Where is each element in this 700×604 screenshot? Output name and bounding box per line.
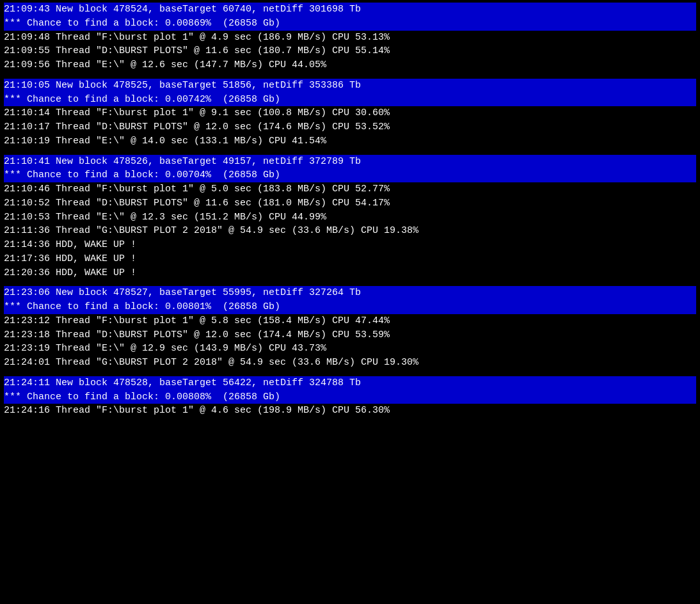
log-line: 21:10:53 Thread "E:\" @ 12.3 sec (151.2 … bbox=[4, 211, 696, 225]
log-line: 21:10:17 Thread "D:\BURST PLOTS" @ 12.0 … bbox=[4, 120, 696, 134]
log-line: 21:11:36 Thread "G:\BURST PLOT 2 2018" @… bbox=[4, 224, 696, 238]
log-line: 21:10:19 Thread "E:\" @ 14.0 sec (133.1 … bbox=[4, 134, 696, 148]
terminal-output: 21:09:43 New block 478524, baseTarget 60… bbox=[0, 0, 700, 420]
log-line-highlight: 21:09:43 New block 478524, baseTarget 60… bbox=[4, 3, 696, 17]
log-line: 21:09:55 Thread "D:\BURST PLOTS" @ 11.6 … bbox=[4, 44, 696, 58]
log-line-highlight: 21:23:06 New block 478527, baseTarget 55… bbox=[4, 286, 696, 300]
log-line: 21:23:19 Thread "E:\" @ 12.9 sec (143.9 … bbox=[4, 342, 696, 356]
log-line: 21:10:52 Thread "D:\BURST PLOTS" @ 11.6 … bbox=[4, 196, 696, 211]
log-line: 21:17:36 HDD, WAKE UP ! bbox=[4, 252, 696, 266]
log-line-highlight: 21:24:11 New block 478528, baseTarget 56… bbox=[4, 376, 696, 390]
log-line: 21:09:56 Thread "E:\" @ 12.6 sec (147.7 … bbox=[4, 58, 696, 72]
log-line: 21:10:46 Thread "F:\burst plot 1" @ 5.0 … bbox=[4, 182, 696, 196]
log-line: 21:23:18 Thread "D:\BURST PLOTS" @ 12.0 … bbox=[4, 328, 696, 342]
log-line-highlight: *** Chance to find a block: 0.00808% (26… bbox=[4, 390, 696, 404]
log-line: 21:20:36 HDD, WAKE UP ! bbox=[4, 266, 696, 280]
log-line-highlight: 21:10:41 New block 478526, baseTarget 49… bbox=[4, 155, 696, 169]
log-line: 21:24:16 Thread "F:\burst plot 1" @ 4.6 … bbox=[4, 404, 696, 418]
log-line: 21:24:01 Thread "G:\BURST PLOT 2 2018" @… bbox=[4, 356, 696, 370]
log-line: 21:23:12 Thread "F:\burst plot 1" @ 5.8 … bbox=[4, 314, 696, 328]
log-line-highlight: *** Chance to find a block: 0.00869% (26… bbox=[4, 17, 696, 31]
log-spacer bbox=[4, 370, 696, 376]
log-line-highlight: 21:10:05 New block 478525, baseTarget 51… bbox=[4, 79, 696, 93]
log-line-highlight: *** Chance to find a block: 0.00801% (26… bbox=[4, 300, 696, 314]
log-line: 21:14:36 HDD, WAKE UP ! bbox=[4, 238, 696, 252]
log-line: 21:10:14 Thread "F:\burst plot 1" @ 9.1 … bbox=[4, 106, 696, 120]
log-line: 21:09:48 Thread "F:\burst plot 1" @ 4.9 … bbox=[4, 31, 696, 45]
log-spacer bbox=[4, 72, 696, 79]
log-line-highlight: *** Chance to find a block: 0.00742% (26… bbox=[4, 93, 696, 107]
log-spacer bbox=[4, 280, 696, 286]
log-spacer bbox=[4, 148, 696, 155]
log-line-highlight: *** Chance to find a block: 0.00704% (26… bbox=[4, 168, 696, 182]
